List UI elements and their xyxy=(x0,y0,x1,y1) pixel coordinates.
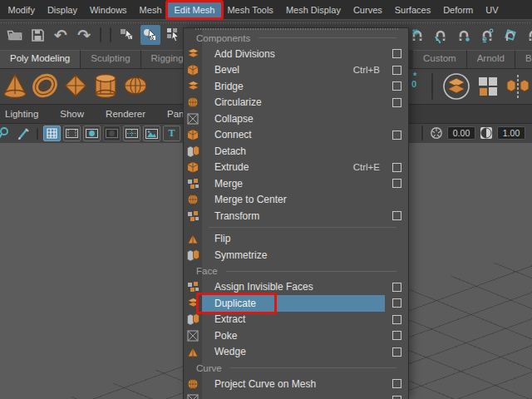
menu-item-body: Merge to Center xyxy=(202,192,385,209)
shelf-tab-bif[interactable]: Bif xyxy=(515,50,532,68)
snap-projected-center-button[interactable] xyxy=(477,25,497,45)
option-box-column xyxy=(385,78,408,95)
menubar-item-display[interactable]: Display xyxy=(41,2,83,17)
poly-plane-icon[interactable] xyxy=(62,72,89,99)
menubar-item-edit-mesh[interactable]: Edit Mesh xyxy=(168,2,221,17)
option-box[interactable] xyxy=(392,396,401,399)
poly-sphere-icon[interactable] xyxy=(122,75,149,96)
shelf-tab-arnold[interactable]: Arnold xyxy=(467,50,515,68)
menu-item-duplicate[interactable]: Duplicate xyxy=(184,295,408,312)
panel-menu-show[interactable]: Show xyxy=(49,109,95,119)
option-box[interactable] xyxy=(392,81,401,91)
option-box-column xyxy=(385,160,408,176)
menubar-item-mesh[interactable]: Mesh xyxy=(133,2,168,17)
option-box[interactable] xyxy=(392,283,401,292)
select-object-button[interactable] xyxy=(140,25,160,45)
menubar-item-deform[interactable]: Deform xyxy=(437,2,480,17)
menu-item-merge-to-center[interactable]: Merge to Center xyxy=(184,192,408,209)
menu-item-symmetrize[interactable]: Symmetrize xyxy=(184,247,408,264)
mirror-icon[interactable] xyxy=(505,74,530,99)
option-box[interactable] xyxy=(392,131,401,140)
quad-draw-icon[interactable] xyxy=(442,72,470,101)
option-box[interactable] xyxy=(392,211,401,220)
image-plane-button[interactable] xyxy=(143,126,160,141)
option-box[interactable] xyxy=(392,379,401,388)
menu-item-body: Extract xyxy=(202,312,385,328)
menu-item-collapse[interactable]: Collapse xyxy=(184,111,408,127)
contrast-icon[interactable] xyxy=(480,126,493,140)
option-box-column xyxy=(385,175,408,192)
panel-menu-renderer[interactable]: Renderer xyxy=(95,109,156,119)
menu-item-transform[interactable]: Transform xyxy=(184,208,408,224)
shelf-tab-sculpting[interactable]: Sculpting xyxy=(81,50,140,68)
menubar-item-windows[interactable]: Windows xyxy=(83,2,133,17)
menu-item-flip[interactable]: Flip xyxy=(184,231,408,248)
menubar-item-mesh-display[interactable]: Mesh Display xyxy=(279,2,347,17)
exposure-field[interactable]: 0.00 xyxy=(447,126,475,140)
menu-item-bridge[interactable]: Bridge xyxy=(184,78,408,95)
exposure-icon[interactable] xyxy=(430,126,443,140)
menubar-item-mesh-tools[interactable]: Mesh Tools xyxy=(221,2,279,17)
select-component-button[interactable] xyxy=(164,25,184,45)
open-folder-button[interactable] xyxy=(4,25,24,45)
menu-item-project-curve-on-mesh[interactable]: Project Curve on Mesh xyxy=(184,376,408,392)
menu-item-body: Assign Invisible Faces xyxy=(202,279,385,296)
option-box[interactable] xyxy=(392,315,401,324)
option-box[interactable] xyxy=(392,98,401,107)
paint-brush-button[interactable] xyxy=(14,126,32,141)
contrast-field[interactable]: 1.00 xyxy=(497,126,525,140)
poly-torus-icon[interactable] xyxy=(32,72,58,99)
gate-mask-button[interactable] xyxy=(103,126,121,141)
menu-item-label: Merge to Center xyxy=(214,194,287,205)
poly-cone-icon[interactable] xyxy=(2,72,27,99)
option-box[interactable] xyxy=(392,331,401,340)
menu-item-assign-invisible-faces[interactable]: Assign Invisible Faces xyxy=(184,279,408,296)
menubar-item-surfaces[interactable]: Surfaces xyxy=(388,2,436,17)
menubar-item-uv[interactable]: UV xyxy=(480,2,505,17)
make-live-button[interactable] xyxy=(500,25,520,45)
menu-item-add-divisions[interactable]: Add Divisions xyxy=(184,46,408,62)
resolution-gate-button[interactable] xyxy=(83,126,101,141)
option-box[interactable] xyxy=(392,49,401,58)
option-box[interactable] xyxy=(392,163,401,172)
poke-icon xyxy=(184,328,202,344)
menu-item-detach[interactable]: Detach xyxy=(184,143,408,160)
menu-item-connect[interactable]: Connect xyxy=(184,127,408,144)
undo-button[interactable]: ↶ xyxy=(51,25,71,45)
snap-point-button[interactable] xyxy=(454,25,474,45)
poly-cylinder-icon[interactable] xyxy=(93,72,118,99)
menu-item-partial[interactable] xyxy=(184,392,408,399)
shelf-tab-poly-modeling[interactable]: Poly Modeling xyxy=(0,50,81,68)
menu-item-extrude[interactable]: ExtrudeCtrl+E xyxy=(184,160,408,176)
menu-item-bevel[interactable]: BevelCtrl+B xyxy=(184,62,408,79)
save-button[interactable] xyxy=(27,25,47,45)
camera-tool-button[interactable] xyxy=(0,126,12,141)
shelf-tab-custom[interactable]: Custom xyxy=(413,50,467,68)
redo-button[interactable]: ↷ xyxy=(74,25,94,45)
select-hierarchy-button[interactable] xyxy=(117,25,137,45)
option-box[interactable] xyxy=(392,347,401,357)
menu-item-extract[interactable]: Extract xyxy=(184,312,408,328)
menu-item-wedge[interactable]: Wedge xyxy=(184,344,408,361)
menu-item-poke[interactable]: Poke xyxy=(184,328,408,344)
menu-item-merge[interactable]: Merge xyxy=(184,175,408,192)
flip-icon xyxy=(184,231,202,248)
menubar-item-modify[interactable]: Modify xyxy=(2,2,41,17)
component-grid-icon[interactable] xyxy=(477,76,499,97)
option-box[interactable] xyxy=(392,66,401,75)
hud-text-button[interactable]: T xyxy=(163,126,180,141)
menu-item-circularize[interactable]: Circularize xyxy=(184,95,408,111)
section-rule xyxy=(230,367,397,368)
snap-view-plane-button[interactable] xyxy=(524,25,532,45)
snap-grid-button[interactable] xyxy=(407,25,427,45)
film-gate-button[interactable] xyxy=(63,126,81,141)
menubar-item-curves[interactable]: Curves xyxy=(347,2,388,17)
panel-menu-lighting[interactable]: Lighting xyxy=(0,109,49,119)
option-box-column xyxy=(385,46,408,62)
field-chart-button[interactable] xyxy=(123,126,140,141)
separator xyxy=(100,27,101,42)
snap-curve-button[interactable] xyxy=(431,25,451,45)
grid-button[interactable] xyxy=(43,126,61,141)
option-box[interactable] xyxy=(392,298,401,308)
option-box[interactable] xyxy=(392,179,401,188)
